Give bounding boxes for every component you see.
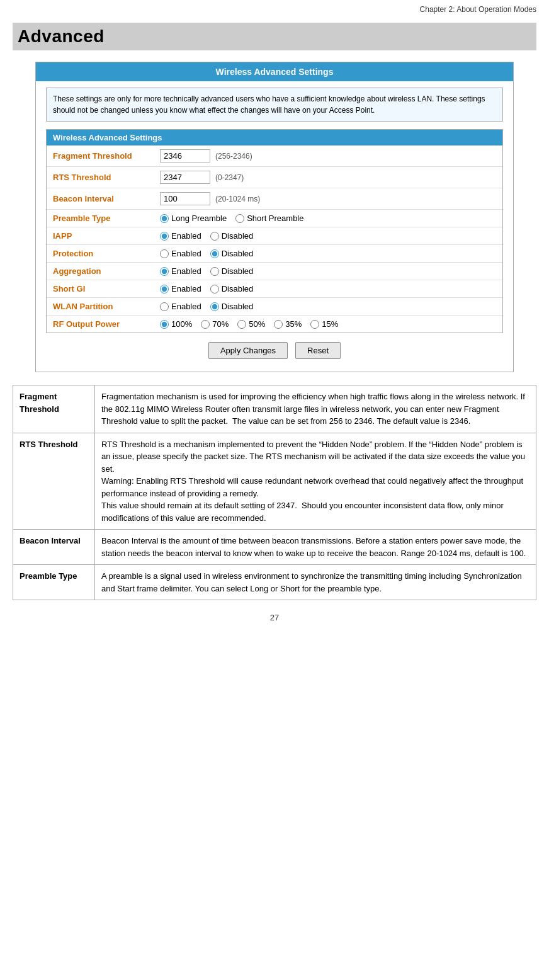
preamble-type-row: Preamble Type Long Preamble Short Preamb…: [47, 210, 502, 227]
short-gi-enabled-option[interactable]: Enabled: [160, 284, 201, 293]
protection-disabled-radio[interactable]: [210, 249, 219, 258]
wlan-partition-enabled-radio[interactable]: [160, 302, 169, 311]
protection-disabled-option[interactable]: Disabled: [210, 249, 254, 258]
aggregation-disabled-option[interactable]: Disabled: [210, 266, 254, 276]
rts-threshold-value: (0-2347): [160, 171, 496, 184]
rf-100-label: 100%: [171, 319, 192, 329]
rf-15-option[interactable]: 15%: [310, 319, 338, 329]
preamble-type-label: Preamble Type: [53, 214, 160, 223]
protection-row: Protection Enabled Disabled: [47, 245, 502, 263]
short-gi-enabled-radio[interactable]: [160, 285, 169, 293]
beacon-interval-hint: (20-1024 ms): [215, 195, 260, 203]
preamble-short-radio[interactable]: [235, 214, 244, 223]
wlan-partition-row: WLAN Partition Enabled Disabled: [47, 298, 502, 316]
section-title: Advanced: [13, 23, 536, 50]
protection-enabled-radio[interactable]: [160, 249, 169, 258]
desc-term: Beacon Interval: [13, 530, 95, 565]
wlan-partition-value: Enabled Disabled: [160, 302, 496, 311]
preamble-long-label: Long Preamble: [171, 214, 227, 223]
rf-output-power-value: 100% 70% 50% 35%: [160, 319, 496, 329]
protection-label: Protection: [53, 249, 160, 258]
iapp-value: Enabled Disabled: [160, 231, 496, 241]
rts-threshold-label: RTS Threshold: [53, 173, 160, 182]
desc-row: Fragment ThresholdFragmentation mechanis…: [13, 385, 536, 433]
preamble-long-radio[interactable]: [160, 214, 169, 223]
aggregation-disabled-label: Disabled: [222, 266, 254, 276]
iapp-disabled-label: Disabled: [222, 231, 254, 241]
rf-15-radio[interactable]: [310, 320, 319, 329]
rf-100-option[interactable]: 100%: [160, 319, 192, 329]
desc-definition: Fragmentation mechanism is used for impr…: [95, 385, 536, 433]
aggregation-enabled-radio[interactable]: [160, 267, 169, 276]
wlan-partition-disabled-radio[interactable]: [210, 302, 219, 311]
short-gi-disabled-option[interactable]: Disabled: [210, 284, 254, 293]
rf-output-power-row: RF Output Power 100% 70% 50%: [47, 316, 502, 333]
preamble-long-option[interactable]: Long Preamble: [160, 214, 227, 223]
iapp-disabled-option[interactable]: Disabled: [210, 231, 254, 241]
protection-value: Enabled Disabled: [160, 249, 496, 258]
iapp-enabled-radio[interactable]: [160, 232, 169, 241]
beacon-interval-value: (20-1024 ms): [160, 192, 496, 205]
rf-70-option[interactable]: 70%: [201, 319, 229, 329]
aggregation-row: Aggregation Enabled Disabled: [47, 263, 502, 280]
rf-35-option[interactable]: 35%: [274, 319, 302, 329]
settings-box-title: Wireless Advanced Settings: [47, 130, 502, 145]
beacon-interval-label: Beacon Interval: [53, 194, 160, 203]
rf-50-radio[interactable]: [237, 320, 246, 329]
iapp-row: IAPP Enabled Disabled: [47, 227, 502, 245]
short-gi-disabled-label: Disabled: [222, 284, 254, 293]
iapp-enabled-label: Enabled: [171, 231, 201, 241]
rts-threshold-hint: (0-2347): [215, 173, 244, 182]
iapp-enabled-option[interactable]: Enabled: [160, 231, 201, 241]
preamble-type-value: Long Preamble Short Preamble: [160, 214, 496, 223]
fragment-threshold-input[interactable]: [160, 149, 210, 162]
beacon-interval-row: Beacon Interval (20-1024 ms): [47, 188, 502, 210]
panel-notice: These settings are only for more technic…: [46, 88, 503, 122]
rf-15-label: 15%: [322, 319, 338, 329]
apply-changes-button[interactable]: Apply Changes: [208, 342, 288, 359]
short-gi-label: Short GI: [53, 284, 160, 293]
iapp-disabled-radio[interactable]: [210, 232, 219, 241]
wireless-advanced-panel: Wireless Advanced Settings These setting…: [35, 62, 514, 372]
page-header: Chapter 2: About Operation Modes: [0, 0, 549, 16]
rf-100-radio[interactable]: [160, 320, 169, 329]
protection-enabled-option[interactable]: Enabled: [160, 249, 201, 258]
protection-disabled-label: Disabled: [222, 249, 254, 258]
short-gi-disabled-radio[interactable]: [210, 285, 219, 293]
iapp-label: IAPP: [53, 231, 160, 241]
desc-row: Beacon IntervalBeacon Interval is the am…: [13, 530, 536, 565]
aggregation-value: Enabled Disabled: [160, 266, 496, 276]
desc-term: Fragment Threshold: [13, 385, 95, 433]
rf-70-radio[interactable]: [201, 320, 210, 329]
chapter-title: Chapter 2: About Operation Modes: [420, 5, 536, 14]
aggregation-label: Aggregation: [53, 266, 160, 276]
desc-row: RTS ThresholdRTS Threshold is a mechanis…: [13, 433, 536, 530]
aggregation-enabled-label: Enabled: [171, 266, 201, 276]
desc-definition: A preamble is a signal used in wireless …: [95, 565, 536, 600]
desc-definition: RTS Threshold is a mechanism implemented…: [95, 433, 536, 530]
preamble-short-option[interactable]: Short Preamble: [235, 214, 303, 223]
rts-threshold-input[interactable]: [160, 171, 210, 184]
rf-35-radio[interactable]: [274, 320, 283, 329]
rf-35-label: 35%: [285, 319, 302, 329]
beacon-interval-input[interactable]: [160, 192, 210, 205]
fragment-threshold-hint: (256-2346): [215, 152, 252, 161]
fragment-threshold-value: (256-2346): [160, 149, 496, 162]
rts-threshold-row: RTS Threshold (0-2347): [47, 167, 502, 188]
fragment-threshold-label: Fragment Threshold: [53, 151, 160, 161]
settings-box: Wireless Advanced Settings Fragment Thre…: [46, 129, 503, 333]
desc-row: Preamble TypeA preamble is a signal used…: [13, 565, 536, 600]
wlan-partition-enabled-option[interactable]: Enabled: [160, 302, 201, 311]
wlan-partition-disabled-option[interactable]: Disabled: [210, 302, 254, 311]
aggregation-enabled-option[interactable]: Enabled: [160, 266, 201, 276]
description-table: Fragment ThresholdFragmentation mechanis…: [13, 385, 536, 600]
desc-term: RTS Threshold: [13, 433, 95, 530]
reset-button[interactable]: Reset: [295, 342, 341, 359]
preamble-short-label: Short Preamble: [247, 214, 303, 223]
aggregation-disabled-radio[interactable]: [210, 267, 219, 276]
rf-50-option[interactable]: 50%: [237, 319, 265, 329]
wlan-partition-disabled-label: Disabled: [222, 302, 254, 311]
short-gi-value: Enabled Disabled: [160, 284, 496, 293]
page-number: 27: [13, 613, 536, 622]
button-row: Apply Changes Reset: [46, 342, 503, 362]
